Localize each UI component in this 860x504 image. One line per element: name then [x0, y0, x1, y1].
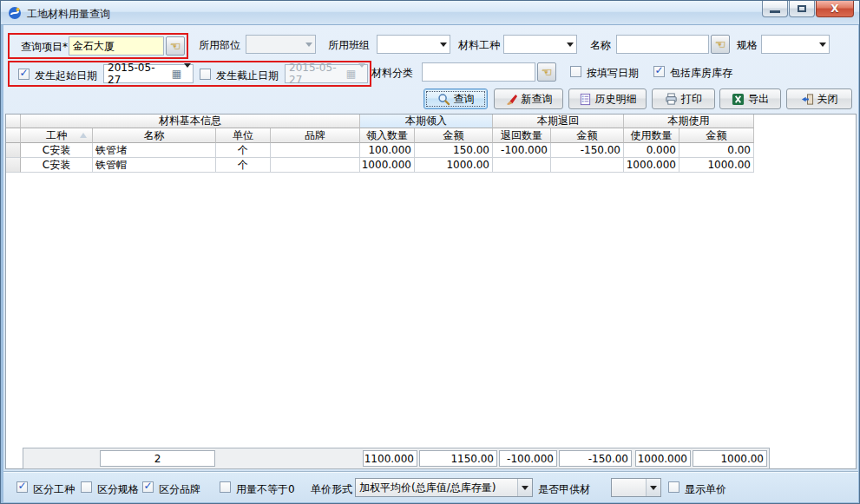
start-date-value: 2015-05-27 [108, 62, 168, 86]
spec-label: 规格 [737, 38, 758, 53]
excel-icon [732, 93, 745, 106]
cell-received-qty: 1000.000 [360, 158, 415, 173]
cell-work-type: C安装 [21, 158, 93, 173]
group-received: 本期领入 [360, 115, 493, 128]
calendar-icon: ▦ [172, 68, 181, 80]
new-query-button[interactable]: 新查询 [494, 88, 563, 109]
material-work-type-select[interactable] [503, 35, 577, 54]
summary-used-qty: 1000.000 [635, 450, 691, 467]
owner-supplied-select[interactable] [611, 478, 661, 497]
row-selector[interactable] [6, 143, 21, 158]
start-date-checkbox[interactable]: ✓ [18, 69, 30, 80]
query-button-label: 查询 [454, 92, 475, 107]
column-header-label: 工种 [46, 128, 67, 143]
project-required-highlight: 查询项目* ☜ [8, 33, 188, 59]
group-returned: 本期退回 [493, 115, 624, 128]
show-unit-price-label: 显示单价 [685, 482, 726, 497]
check-icon: ✓ [143, 480, 152, 492]
row-selector[interactable] [6, 158, 21, 173]
chevron-down-icon [305, 43, 312, 47]
print-button[interactable]: 打印 [652, 88, 715, 109]
end-date-value: 2015-05-27 [289, 62, 343, 86]
table-row[interactable]: C安装 铁管堵 个 100.000 150.00 -100.000 -150.0… [6, 143, 856, 158]
cell-unit: 个 [216, 143, 271, 158]
search-icon [437, 93, 450, 106]
column-header-used-qty[interactable]: 使用数量 [624, 128, 679, 143]
group-basic-info: 材料基本信息 [21, 115, 360, 128]
print-button-label: 打印 [681, 92, 702, 107]
cell-returned-qty [493, 158, 551, 173]
column-header-work-type[interactable]: 工种 [21, 128, 93, 143]
cell-name: 铁管堵 [93, 143, 216, 158]
column-header-used-amount[interactable]: 金额 [679, 128, 754, 143]
close-icon: X [830, 3, 838, 15]
column-header-brand[interactable]: 品牌 [271, 128, 360, 143]
include-stock-label: 包括库房库存 [670, 66, 732, 81]
minimize-button[interactable] [762, 1, 788, 17]
column-header-unit[interactable]: 单位 [216, 128, 271, 143]
column-header-received-qty[interactable]: 领入数量 [360, 128, 415, 143]
table-row[interactable]: C安装 铁管帽 个 1000.000 1000.00 1000.000 1000… [6, 158, 856, 173]
part-label: 所用部位 [199, 38, 240, 53]
selector-header [6, 115, 21, 128]
options-bar: ✓ 区分工种 区分规格 ✓ 区分品牌 用量不等于0 单价形式 加权平均价(总库值… [3, 471, 858, 502]
start-date-picker[interactable]: 2015-05-27 ▦ [103, 64, 194, 83]
cell-brand [271, 143, 360, 158]
maximize-button[interactable] [789, 1, 815, 17]
calendar-icon: ▦ [346, 68, 356, 80]
team-select[interactable] [377, 35, 450, 54]
brush-icon [505, 93, 518, 106]
cell-returned-qty: -100.000 [493, 143, 551, 158]
cell-used-amount: 1000.00 [679, 158, 754, 173]
chevron-down-icon [522, 486, 528, 490]
list-icon [579, 93, 592, 106]
include-stock-checkbox[interactable]: ✓ [653, 66, 665, 77]
distinguish-brand-label: 区分品牌 [159, 482, 200, 497]
project-input[interactable] [69, 36, 164, 56]
distinguish-brand-checkbox[interactable]: ✓ [142, 481, 154, 493]
close-form-button[interactable]: 关闭 [786, 88, 852, 109]
material-category-picker-button[interactable]: ☜ [537, 62, 556, 82]
show-unit-price-checkbox[interactable] [668, 481, 679, 493]
column-header-returned-amount[interactable]: 金额 [551, 128, 624, 143]
price-form-select[interactable]: 加权平均价(总库值/总库存量) [355, 478, 533, 497]
by-fill-date-checkbox[interactable] [570, 66, 581, 77]
distinguish-work-type-checkbox[interactable]: ✓ [16, 481, 28, 493]
column-header-name[interactable]: 名称 [93, 128, 216, 143]
name-picker-button[interactable]: ☜ [711, 35, 730, 54]
material-work-type-label: 材料工种 [458, 38, 500, 53]
cell-name: 铁管帽 [93, 158, 216, 173]
material-category-input[interactable] [422, 62, 535, 82]
export-button[interactable]: 导出 [719, 88, 781, 109]
query-button[interactable]: 查询 [423, 88, 488, 109]
window-title: 工地材料用量查询 [27, 7, 110, 22]
summary-received-qty: 1100.000 [363, 450, 417, 467]
column-header-returned-qty[interactable]: 退回数量 [493, 128, 551, 143]
table-group-header-row: 材料基本信息 本期领入 本期退回 本期使用 [6, 115, 856, 128]
printer-icon [665, 93, 678, 106]
cell-work-type: C安装 [21, 143, 93, 158]
app-icon [8, 6, 22, 20]
end-date-checkbox[interactable] [200, 69, 211, 80]
history-detail-button[interactable]: 历史明细 [568, 88, 647, 109]
cell-used-qty: 0.000 [624, 143, 679, 158]
chevron-down-icon [440, 43, 447, 47]
distinguish-spec-checkbox[interactable] [81, 481, 92, 493]
check-icon: ✓ [17, 480, 26, 492]
column-header-received-amount[interactable]: 金额 [415, 128, 493, 143]
usage-nonzero-checkbox[interactable] [220, 481, 231, 493]
project-picker-button[interactable]: ☜ [166, 36, 185, 56]
summary-used-amount: 1000.00 [693, 450, 767, 467]
project-label: 查询项目* [21, 40, 68, 55]
check-icon: ✓ [19, 67, 28, 79]
by-fill-date-label: 按填写日期 [587, 66, 639, 81]
hand-pointer-icon: ☜ [170, 39, 181, 53]
summary-bar: 2 1100.000 1150.00 -100.000 -150.00 1000… [23, 448, 770, 469]
cell-returned-amount [551, 158, 624, 173]
close-button[interactable]: X [816, 1, 854, 17]
team-label: 所用班组 [328, 38, 370, 53]
summary-returned-qty: -100.000 [499, 450, 557, 467]
spec-select[interactable] [761, 35, 830, 54]
name-input[interactable] [616, 35, 709, 54]
cell-brand [271, 158, 360, 173]
